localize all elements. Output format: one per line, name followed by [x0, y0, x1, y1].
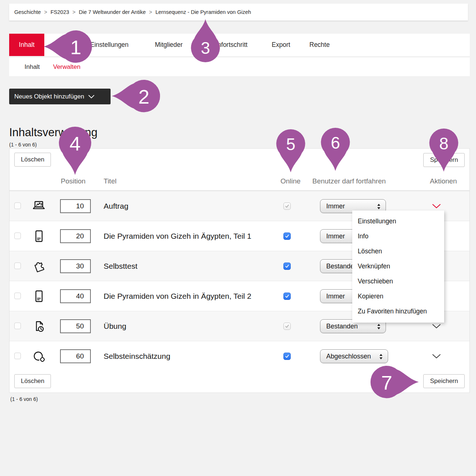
- page-title: Inhaltsverwaltung: [9, 126, 97, 139]
- row-select-checkbox[interactable]: [14, 353, 21, 359]
- tab-export[interactable]: Export: [272, 34, 290, 56]
- position-input[interactable]: [60, 319, 91, 333]
- result-count-bottom: (1 - 6 von 6): [10, 396, 38, 402]
- row-select-checkbox[interactable]: [14, 233, 21, 239]
- breadcrumb-item-geschichte[interactable]: Geschichte: [14, 9, 41, 15]
- row-select-checkbox[interactable]: [14, 202, 21, 209]
- puzzle-icon: [31, 259, 46, 274]
- breadcrumb-separator: >: [72, 9, 75, 15]
- actions-chevron[interactable]: [432, 204, 441, 209]
- subtab-inhalt[interactable]: Inhalt: [25, 57, 40, 76]
- position-input[interactable]: [60, 349, 91, 363]
- row-select-checkbox[interactable]: [14, 263, 21, 269]
- chevron-down-icon: [88, 95, 94, 98]
- item-title[interactable]: Selbsteinschätzung: [104, 341, 170, 371]
- learning-module-icon: [31, 229, 46, 243]
- breadcrumb-item-lernsequenz[interactable]: Lernsequenz - Die Pyramiden von Gizeh: [155, 9, 251, 15]
- fortfahren-select-value: Bestanden: [326, 323, 358, 330]
- actions-dropdown-menu: Einstellungen Info Löschen Verknüpfen Ve…: [352, 211, 444, 323]
- tab-bar: Inhalt Einstellungen Mitglieder Lernfort…: [9, 34, 470, 56]
- page: Geschichte > FS2023 > Die 7 Weltwunder d…: [0, 0, 476, 476]
- subtab-verwalten[interactable]: Verwalten: [53, 57, 81, 76]
- menu-item-info[interactable]: Info: [352, 229, 444, 244]
- save-button-top[interactable]: Speichern: [423, 153, 465, 167]
- online-checkbox[interactable]: [283, 233, 291, 240]
- row-select-checkbox[interactable]: [14, 323, 21, 329]
- pie-chart-icon: [31, 349, 46, 364]
- menu-item-kopieren[interactable]: Kopieren: [352, 289, 444, 304]
- item-title[interactable]: Die Pyramiden von Gizeh in Ägypten, Teil…: [104, 281, 252, 311]
- delete-button-bottom[interactable]: Löschen: [14, 374, 51, 388]
- fortfahren-select-value: Abgeschlossen: [326, 353, 371, 360]
- add-object-button[interactable]: Neues Objekt hinzufügen: [9, 89, 111, 104]
- delete-button-top[interactable]: Löschen: [14, 153, 51, 167]
- table-footer: Löschen Speichern: [10, 371, 469, 393]
- menu-item-loeschen[interactable]: Löschen: [352, 244, 444, 259]
- fortfahren-select-value: Immer: [326, 293, 345, 300]
- tab-mitglieder[interactable]: Mitglieder: [155, 34, 183, 56]
- select-spinner-icon: [379, 353, 383, 360]
- actions-chevron[interactable]: [432, 354, 441, 359]
- tab-lernfortschritt[interactable]: Lernfortschritt: [208, 34, 248, 56]
- column-header-online: Online: [280, 177, 301, 185]
- menu-item-verknuepfen[interactable]: Verknüpfen: [352, 259, 444, 274]
- add-object-button-label: Neues Objekt hinzufügen: [14, 93, 84, 100]
- menu-item-einstellungen[interactable]: Einstellungen: [352, 214, 444, 229]
- result-count-top: (1 - 6 von 6): [9, 142, 37, 148]
- table-header: Löschen Speichern Position Titel Online …: [10, 149, 469, 191]
- breadcrumb-item-fs2023[interactable]: FS2023: [51, 9, 69, 15]
- item-title[interactable]: Übung: [104, 311, 126, 341]
- menu-item-zu-favoriten[interactable]: Zu Favoriten hinzufügen: [352, 304, 444, 319]
- select-spinner-icon: [377, 323, 381, 330]
- column-header-position: Position: [61, 177, 86, 185]
- row-select-checkbox[interactable]: [14, 293, 21, 299]
- fortfahren-select-value: Immer: [326, 202, 345, 210]
- fortfahren-select[interactable]: Abgeschlossen: [320, 349, 388, 363]
- column-header-titel: Titel: [104, 177, 116, 185]
- breadcrumb-separator: >: [44, 9, 47, 15]
- position-input[interactable]: [60, 259, 91, 273]
- laptop-chart-icon: [31, 199, 46, 213]
- menu-item-verschieben[interactable]: Verschieben: [352, 274, 444, 289]
- online-checkbox[interactable]: [283, 263, 291, 270]
- table-row: Selbsteinschätzung Abgeschlossen: [10, 341, 469, 371]
- tab-rechte[interactable]: Rechte: [309, 34, 330, 56]
- item-title[interactable]: Die Pyramiden von Gizeh in Ägypten, Teil…: [104, 221, 252, 251]
- subtab-bar: Inhalt Verwalten: [9, 57, 470, 76]
- actions-chevron[interactable]: [432, 324, 441, 329]
- fortfahren-select-value: Immer: [326, 233, 345, 240]
- breadcrumb-separator: >: [149, 9, 152, 15]
- online-checkbox[interactable]: [283, 293, 291, 300]
- save-button-bottom[interactable]: Speichern: [423, 374, 465, 388]
- breadcrumb-item-weltwunder[interactable]: Die 7 Weltwunder der Antike: [79, 9, 146, 15]
- callout-marker-2: 2: [112, 79, 160, 113]
- column-header-benutzer-darf-fortfahren: Benutzer darf fortfahren: [312, 177, 386, 185]
- learning-module-icon: [31, 289, 46, 304]
- online-checkbox[interactable]: [283, 323, 291, 330]
- online-checkbox[interactable]: [283, 202, 291, 210]
- item-title[interactable]: Auftrag: [104, 191, 129, 221]
- file-clock-icon: [31, 319, 46, 334]
- item-title[interactable]: Selbsttest: [104, 251, 137, 281]
- online-checkbox[interactable]: [283, 353, 291, 360]
- select-spinner-icon: [377, 203, 381, 210]
- svg-text:2: 2: [138, 86, 149, 108]
- tab-einstellungen[interactable]: Einstellungen: [90, 34, 129, 56]
- tab-inhalt[interactable]: Inhalt: [9, 34, 44, 56]
- position-input[interactable]: [60, 289, 91, 303]
- breadcrumb: Geschichte > FS2023 > Die 7 Weltwunder d…: [9, 4, 468, 21]
- column-header-aktionen: Aktionen: [430, 177, 457, 185]
- position-input[interactable]: [60, 229, 91, 243]
- position-input[interactable]: [60, 199, 91, 213]
